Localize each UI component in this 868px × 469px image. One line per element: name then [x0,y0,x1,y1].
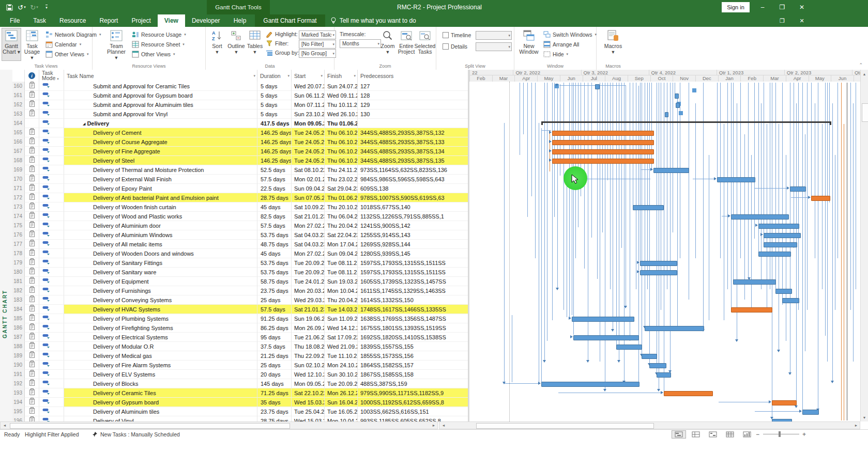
task-bar[interactable] [772,400,797,405]
report-view-button[interactable] [740,431,754,438]
finish-cell[interactable]: Mon 10.04.2 [325,286,358,295]
info-cell[interactable] [25,398,39,407]
row-number[interactable]: 164 [12,119,25,128]
start-cell[interactable]: Tue 20.09.22 [292,258,325,268]
timescale-month[interactable]: May [537,75,560,82]
start-cell[interactable]: Sat 21.01.23 [292,212,325,221]
task-bar[interactable] [595,84,600,89]
start-cell[interactable]: Sun 06.11.22 [292,91,325,100]
row-number[interactable]: 160 [12,82,25,91]
info-cell[interactable] [25,165,39,175]
task-mode-cell[interactable] [39,277,64,286]
task-bar[interactable] [572,317,634,322]
predecessors-cell[interactable]: 1000SS,1192SS,612SS,659SS,8 [358,398,468,407]
task-bar[interactable] [664,391,713,396]
task-name-cell[interactable]: Delivery of ELV Systems [64,370,257,379]
task-name-header[interactable]: Task Name▾ [64,70,257,82]
finish-cell[interactable]: Tue 20.09.22 [325,379,358,388]
row-number[interactable]: 185 [12,314,25,323]
milestone-marker[interactable] [692,88,696,92]
info-cell[interactable] [25,147,39,156]
gantt-view-button[interactable] [672,431,686,438]
duration-cell[interactable]: 37.5 days [257,342,292,351]
finish-cell[interactable]: Thu 01.06.23 [325,119,358,128]
task-name-cell[interactable]: Delivery of Wood and Plastic works [64,212,257,221]
timescale-month[interactable]: Dec [695,75,718,82]
task-bar[interactable] [642,354,657,359]
undo-button[interactable]: ↺▾ [16,1,28,13]
task-bar[interactable] [717,177,755,182]
info-cell[interactable] [25,100,39,110]
task-name-cell[interactable]: Delivery of Blocks [64,379,257,388]
group-by-dropdown[interactable]: [No Group]▾ [299,49,336,58]
task-bar[interactable] [552,159,654,164]
collapse-ribbon-button[interactable]: ⌃ [859,62,863,68]
predecessors-cell[interactable]: 130 [358,110,468,119]
tab-report[interactable]: Report [93,14,125,27]
task-mode-cell[interactable] [39,323,64,333]
gantt-vscrollbar[interactable]: ▲ ▼ [860,70,868,421]
duration-cell[interactable]: 45 days [257,202,292,212]
tell-me-box[interactable]: Tell me what you want to do [325,14,421,27]
finish-header[interactable]: Finish▾ [325,70,358,82]
task-name-cell[interactable]: Delivery of Equipment [64,277,257,286]
duration-cell[interactable]: 417.5 days [257,119,292,128]
info-column-header[interactable]: i [25,70,39,82]
finish-cell[interactable]: Thu 06.10.22 [325,156,358,165]
task-bar[interactable] [665,112,668,117]
task-mode-cell[interactable] [39,91,64,100]
row-number[interactable]: 166 [12,137,25,147]
duration-cell[interactable]: 146.25 days [257,147,292,156]
row-number[interactable]: 173 [12,202,25,212]
timescale-month[interactable]: Mar [492,75,515,82]
entire-project-button[interactable]: EntireProject [398,28,415,60]
duration-cell[interactable]: 53.75 days [257,268,292,277]
row-number[interactable]: 168 [12,156,25,165]
info-cell[interactable] [25,351,39,361]
task-name-cell[interactable]: Delivery of Electrical Systems [64,333,257,342]
task-name-cell[interactable]: Delivery of External Wall Finish [64,175,257,184]
filter-dropdown[interactable]: [No Filter]▾ [299,40,336,49]
predecessors-cell[interactable]: 344SS,488SS,293SS,387SS,135 [358,156,468,165]
start-cell[interactable]: Sat 22.10.22 [292,388,325,398]
row-number[interactable]: 180 [12,268,25,277]
task-mode-cell[interactable] [39,342,64,351]
other-views-button[interactable]: Other Views▾ [45,50,89,58]
info-cell[interactable] [25,268,39,277]
row-number[interactable]: 184 [12,305,25,314]
info-cell[interactable] [25,388,39,398]
row-number[interactable]: 170 [12,175,25,184]
finish-cell[interactable]: Tue 16.05.23 [325,407,358,416]
task-name-cell[interactable]: Delivery of Epoxy Paint [64,184,257,193]
predecessors-header[interactable]: Predecessors [358,70,468,82]
duration-cell[interactable]: 22.5 days [257,184,292,193]
task-name-cell[interactable]: Delivery of Conveying Systems [64,295,257,305]
start-cell[interactable]: Wed 29.03.2 [292,295,325,305]
timescale-month[interactable]: Jan [718,75,741,82]
other-resource-views-button[interactable]: Other Views▾ [132,50,175,58]
predecessors-cell[interactable]: 1864SS,1582SS,157 [358,361,468,370]
start-cell[interactable]: Sat 08.10.22 [292,165,325,175]
timescale-quarter[interactable]: Qtr 4, 2022 [649,70,717,75]
scroll-down-icon[interactable]: ▼ [861,414,867,421]
task-name-cell[interactable]: Delivery of Cement [64,128,257,137]
info-cell[interactable] [25,277,39,286]
macros-button[interactable]: Macros▾ [604,28,622,60]
duration-cell[interactable]: 28.75 days [257,193,292,202]
task-mode-cell[interactable] [39,361,64,370]
info-cell[interactable] [25,110,39,119]
start-cell[interactable]: Sun 19.06.22 [292,314,325,323]
predecessors-cell[interactable]: 1611SS,1745SS,1329SS,1463SS [358,286,468,295]
task-name-cell[interactable]: Delivery of Sanitary ware [64,268,257,277]
task-bar[interactable] [653,168,689,173]
task-name-cell[interactable]: Submit and Approval for Vinyl [64,110,257,119]
resource-sheet-button[interactable]: Resource Sheet▾ [132,40,185,49]
row-number[interactable]: 195 [12,407,25,416]
duration-cell[interactable]: 146.25 days [257,128,292,137]
duration-cell[interactable]: 145 days [257,379,292,388]
duration-cell[interactable]: 52.5 days [257,165,292,175]
task-name-cell[interactable]: Delivery of Vinyl [64,416,257,421]
row-number[interactable]: 193 [12,388,25,398]
task-mode-header[interactable]: TaskMode ▾ [39,70,64,82]
task-bar[interactable] [573,335,639,340]
